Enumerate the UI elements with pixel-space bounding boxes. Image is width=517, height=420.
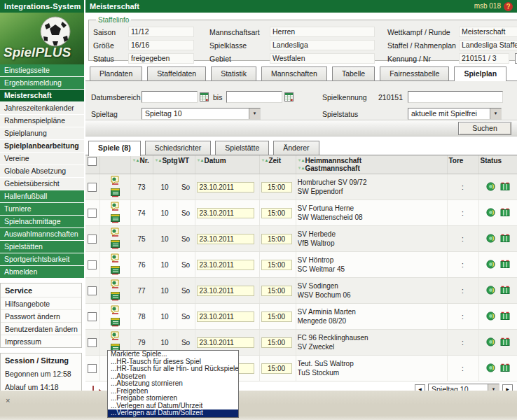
datum-von-input[interactable]	[142, 91, 198, 103]
datum-header[interactable]: ▼▲Datum	[195, 155, 259, 174]
sidebar-item[interactable]: Hallenfußball	[0, 190, 84, 202]
spielbericht-icon[interactable]	[110, 316, 120, 327]
datum-field[interactable]: 23.10.2011	[197, 260, 254, 270]
teams-header[interactable]: ▼▲Heimmannschaft ▼▲Gastmannschaft	[296, 155, 447, 174]
spielkennung-input[interactable]	[408, 91, 503, 103]
dropdown-option[interactable]: ...Absetzung stornieren	[108, 380, 238, 388]
sidebar-item[interactable]: Turniere	[0, 203, 84, 215]
row-checkbox[interactable]	[88, 183, 97, 192]
tab[interactable]: Plandaten	[90, 66, 142, 80]
spieltag-select[interactable]: Spieltag 10 ▼	[142, 108, 261, 120]
row-checkbox[interactable]	[88, 364, 97, 373]
sidebar-item[interactable]: Rahmenspielpläne	[0, 115, 84, 127]
datum-field[interactable]: 23.10.2011	[197, 182, 254, 192]
row-checkbox[interactable]	[88, 209, 97, 218]
calendar-icon[interactable]	[284, 92, 294, 102]
service-item[interactable]: Hilfsangebote	[1, 297, 81, 309]
sidebar-item[interactable]: Abmelden	[0, 266, 84, 278]
datum-bis-input[interactable]	[226, 91, 282, 103]
row-checkbox[interactable]	[88, 312, 97, 321]
spielinfo-icon[interactable]	[110, 304, 120, 315]
datum-field[interactable]: 23.10.2011	[197, 312, 254, 322]
suchen-button[interactable]: Suchen	[458, 122, 511, 135]
tab[interactable]: Fairnesstabelle	[380, 66, 449, 80]
spielinfo-icon[interactable]	[110, 279, 120, 289]
dropdown-option[interactable]: Markierte Spiele...	[108, 351, 238, 358]
zeit-field[interactable]: 15:00	[261, 337, 292, 348]
page-title: Meisterschaft	[90, 0, 139, 13]
zeit-field[interactable]: 15:00	[261, 286, 292, 296]
datum-field[interactable]: 23.10.2011	[197, 208, 254, 218]
sidebar-item[interactable]: Meisterschaft	[0, 90, 84, 102]
sidebar-item[interactable]: Spielnachmittage	[0, 216, 84, 227]
dropdown-option[interactable]: ...Freigabe stornieren	[108, 395, 238, 402]
sidebar-item[interactable]: Spielstätten	[0, 241, 84, 253]
zeit-header[interactable]: ▼▲Zeit	[259, 155, 296, 174]
close-icon[interactable]: ×	[6, 396, 10, 405]
sidebar-item[interactable]: Einstiegsseite	[0, 64, 84, 76]
tab[interactable]: Statistik	[211, 66, 256, 80]
datum-field[interactable]: 23.10.2011	[197, 337, 254, 348]
zeit-field[interactable]: 15:00	[261, 260, 292, 270]
calendar-icon[interactable]	[200, 92, 209, 102]
spielbericht-icon[interactable]	[110, 213, 120, 223]
spielinfo-icon[interactable]	[110, 201, 120, 211]
spieltag-nr: 10	[153, 304, 177, 330]
spielbericht-icon[interactable]	[110, 187, 120, 197]
nr-header[interactable]: ▼▲Nr.	[130, 155, 153, 174]
sidebar-item[interactable]: Vereine	[0, 153, 84, 164]
sidebar-item[interactable]: Auswahlmannschaften	[0, 228, 84, 240]
help-icon[interactable]: ?	[504, 2, 513, 11]
row-checkbox[interactable]	[88, 234, 97, 244]
tab[interactable]: Mannschaften	[261, 66, 327, 80]
freigabe-status-icon	[486, 363, 495, 372]
select-all-checkbox[interactable]	[88, 157, 97, 166]
dropdown-option[interactable]: ...Freigeben	[108, 388, 238, 396]
dropdown-option[interactable]: ...Absetzen	[108, 373, 238, 381]
spielinfo-icon[interactable]	[110, 227, 120, 237]
sidebar-item[interactable]: Gebietsübersicht	[0, 178, 84, 190]
sidebar-item[interactable]: Spielplanbearbeitung	[0, 140, 84, 152]
dropdown-option[interactable]: ...Verlegen auf Datum/Sollzeit	[108, 410, 238, 417]
sptg-header[interactable]: ▼▲Sptg	[153, 155, 177, 174]
zeit-field[interactable]: 15:00	[261, 312, 292, 322]
sidebar-item[interactable]: Jahreszeitenkalender	[0, 102, 84, 114]
sidebar-item[interactable]: Spielplanung	[0, 127, 84, 139]
service-item[interactable]: Impressum	[1, 335, 81, 347]
service-item[interactable]: Passwort ändern	[1, 309, 81, 322]
zeit-field[interactable]: 15:00	[261, 234, 292, 244]
sidebar-item[interactable]: Globale Absetzung	[0, 165, 84, 177]
inner-tab[interactable]: Änderer	[273, 141, 319, 155]
spielbericht-icon[interactable]	[110, 265, 120, 275]
sidebar-item[interactable]: Sportgerichtsbarkeit	[0, 253, 84, 265]
dropdown-option[interactable]: ...HR-Tausch für alle Hin- und Rückspiel…	[108, 365, 238, 373]
inner-tab[interactable]: Spielstätte	[215, 141, 269, 155]
spielstatus-select[interactable]: aktuelle mit Spielfrei ▼	[408, 108, 502, 120]
service-item[interactable]: Benutzerdaten ändern	[1, 322, 81, 335]
spielinfo-icon[interactable]	[110, 330, 120, 341]
row-checkbox[interactable]	[88, 286, 97, 295]
spielinfo-icon[interactable]	[110, 253, 120, 263]
groesse-label: Größe	[93, 41, 128, 50]
zeit-field[interactable]: 15:00	[261, 208, 292, 218]
dropdown-option[interactable]: ...Verlegen auf Datum/Uhrzeit	[108, 402, 238, 410]
dropdown-option[interactable]: ...HR-Tausch für dieses Spiel	[108, 358, 238, 366]
inner-tab[interactable]: Schiedsrichter	[145, 141, 212, 155]
tab[interactable]: Spielplan	[454, 66, 506, 82]
inner-tab[interactable]: Spiele (8)	[88, 141, 141, 156]
tab[interactable]: Staffeldaten	[147, 66, 206, 80]
zeit-field[interactable]: 15:00	[261, 182, 292, 192]
datum-field[interactable]: 23.10.2011	[197, 234, 254, 244]
spielinfo-icon[interactable]	[110, 175, 120, 186]
inner-tabbar: Spiele (8) Schiedsrichter Spielstätte Än…	[85, 141, 517, 155]
row-checkbox[interactable]	[88, 260, 97, 270]
datum-field[interactable]: 23.10.2011	[197, 286, 254, 296]
row-checkbox[interactable]	[88, 338, 97, 347]
zeit-field[interactable]: 15:00	[261, 363, 292, 374]
tab[interactable]: Tabelle	[332, 66, 375, 80]
spielbericht-icon[interactable]	[110, 290, 120, 301]
select-all-header	[85, 155, 99, 174]
spielbericht-icon[interactable]	[110, 239, 120, 249]
sort-icon: ▼▲	[298, 157, 305, 164]
sidebar-item[interactable]: Ergebnismeldung	[0, 77, 84, 89]
